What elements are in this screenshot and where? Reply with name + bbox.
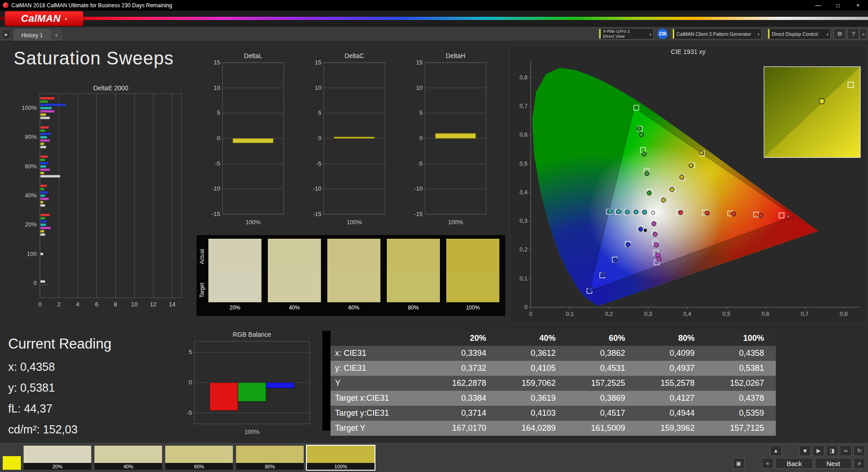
svg-text:5: 5: [189, 349, 192, 355]
svg-text:0,2: 0,2: [605, 311, 613, 317]
pattern-button-40%[interactable]: 40%: [94, 446, 162, 470]
meter-dropdown[interactable]: X-Rite i1Pro 2 Direct View: [598, 28, 654, 39]
deltal-chart: DeltaL151050-5-10-15100%: [205, 52, 289, 235]
current-pattern-color-swatch: [3, 456, 21, 470]
table-cell: 0,4517: [567, 406, 637, 421]
deltah-chart: DeltaH151050-5-10-15100%: [408, 52, 492, 235]
swatch-label: 100%: [446, 302, 499, 313]
target-row-label: Target: [199, 273, 205, 307]
loop-button[interactable]: ∞: [840, 445, 852, 456]
table-row: Target Y167,0170164,0289161,5009159,3962…: [330, 421, 776, 436]
calman-logo-menu[interactable]: CalMAN ▾: [5, 11, 84, 26]
svg-text:RGB Balance: RGB Balance: [233, 331, 271, 338]
expand-panel-button[interactable]: »: [859, 28, 867, 39]
refresh-button[interactable]: ↻: [853, 445, 865, 456]
logo-dropdown-caret: ▾: [65, 16, 67, 21]
swatch-label: 60%: [327, 302, 380, 313]
close-button[interactable]: ×: [848, 0, 868, 10]
app-icon: [3, 2, 9, 8]
svg-text:-5: -5: [187, 409, 192, 416]
next-button[interactable]: Next: [815, 458, 852, 469]
svg-text:14: 14: [169, 301, 175, 308]
swatch-label: 80%: [387, 302, 440, 313]
svg-text:0: 0: [419, 135, 423, 142]
actual-color-swatch: [446, 239, 499, 270]
deltae2000-chart: DeltaE 200002468101214100%80%60%40%20%10…: [15, 84, 188, 314]
svg-text:-5: -5: [215, 160, 220, 167]
svg-text:-5: -5: [316, 160, 321, 167]
pattern-button-80%[interactable]: 80%: [236, 446, 304, 470]
svg-text:15: 15: [214, 59, 220, 66]
table-cell: 159,3962: [637, 421, 706, 436]
back-chevron-icon[interactable]: «: [762, 458, 774, 469]
svg-text:5: 5: [217, 109, 220, 116]
svg-text:100: 100: [27, 251, 37, 257]
maximize-button[interactable]: □: [828, 0, 848, 10]
svg-text:6: 6: [95, 301, 98, 308]
compare-swatch-100%: 100%: [446, 239, 499, 313]
pattern-swatch-list: 20%40%60%80%100%: [24, 446, 375, 470]
tab-history-1[interactable]: History 1: [14, 29, 50, 41]
svg-text:0,1: 0,1: [520, 275, 528, 282]
column-header: 80%: [637, 331, 706, 346]
row-label: Target x:CIE31: [330, 391, 429, 406]
table-cell: 0,4944: [637, 406, 706, 421]
table-left-strip: [322, 331, 330, 431]
row-label: Target Y: [330, 421, 429, 436]
add-tab-button[interactable]: +: [51, 30, 62, 40]
svg-text:DeltaE 2000: DeltaE 2000: [93, 84, 128, 92]
svg-text:0,3: 0,3: [644, 311, 652, 317]
actual-color-swatch: [387, 239, 440, 270]
pattern-button-20%[interactable]: 20%: [24, 446, 91, 470]
meter-mode: Direct View: [603, 34, 630, 39]
workflow-panel-toggle-button[interactable]: ▶: [2, 29, 11, 39]
play-button[interactable]: ▶: [813, 445, 824, 456]
pattern-generator-dropdown[interactable]: CalMAN Client 3 Pattern Generator: [672, 28, 762, 39]
svg-text:0: 0: [318, 135, 321, 142]
table-cell: 161,5009: [567, 421, 637, 436]
svg-text:DeltaC: DeltaC: [345, 52, 364, 59]
meter-count-badge[interactable]: 236: [657, 29, 668, 39]
capture-button[interactable]: ◨: [826, 445, 838, 456]
current-reading-heading: Current Reading: [8, 336, 111, 352]
svg-text:0,5: 0,5: [520, 161, 528, 167]
svg-text:40%: 40%: [25, 192, 37, 199]
pattern-window-button[interactable]: ▣: [733, 458, 745, 469]
raise-pattern-window-button[interactable]: ▲: [770, 445, 782, 456]
svg-text:15: 15: [416, 59, 423, 66]
svg-text:100%: 100%: [22, 104, 37, 111]
brand-bar: CalMAN ▾: [0, 10, 868, 27]
actual-color-swatch: [208, 239, 261, 270]
help-button[interactable]: ?: [847, 28, 859, 39]
next-chevron-icon[interactable]: »: [853, 458, 865, 469]
rgb-balance-chart: RGB Balance50-5100%: [173, 330, 315, 445]
svg-text:15: 15: [315, 59, 321, 66]
svg-text:80%: 80%: [25, 133, 37, 140]
table-cell: 0,4105: [498, 361, 567, 376]
svg-text:0: 0: [524, 304, 528, 310]
svg-text:0: 0: [38, 301, 41, 308]
table-cell: 0,3732: [429, 361, 498, 376]
stop-button[interactable]: ■: [799, 445, 811, 456]
pattern-button-100%[interactable]: 100%: [307, 446, 375, 470]
back-button[interactable]: Back: [775, 458, 813, 469]
pattern-label: 40%: [94, 463, 162, 470]
svg-text:0,2: 0,2: [520, 246, 528, 253]
table-cell: 0,5359: [706, 406, 776, 421]
settings-gear-button[interactable]: ⚙: [833, 28, 846, 39]
pattern-button-60%[interactable]: 60%: [165, 446, 233, 470]
row-label: Y: [330, 376, 429, 391]
display-control-dropdown[interactable]: Direct Display Control: [767, 28, 831, 39]
table-row: Y162,2878159,7062157,2525155,2578152,026…: [330, 376, 776, 391]
svg-text:0: 0: [529, 311, 533, 317]
minimize-button[interactable]: —: [808, 0, 828, 10]
current-reading-y: y: 0,5381: [8, 381, 111, 394]
row-label: Target y:CIE31: [330, 406, 429, 421]
table-row: Target x:CIE310,33840,36190,38690,41270,…: [330, 391, 776, 406]
svg-text:0: 0: [189, 379, 192, 386]
table-cell: 164,0289: [498, 421, 567, 436]
pattern-color: [24, 446, 91, 463]
target-color-swatch: [327, 270, 380, 302]
svg-text:-10: -10: [414, 185, 423, 192]
svg-text:0,8: 0,8: [520, 74, 528, 81]
